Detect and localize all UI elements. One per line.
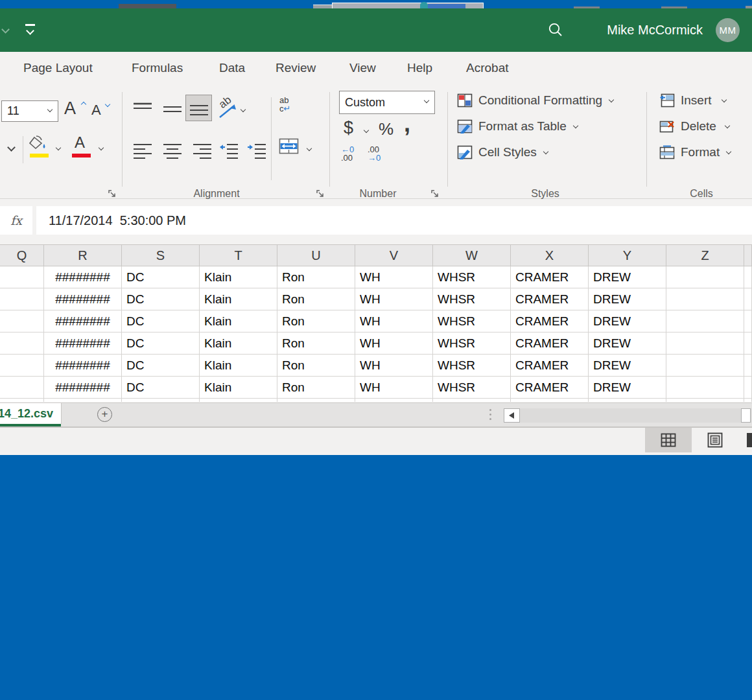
accounting-chevron-icon[interactable] (364, 128, 369, 133)
column-header-R[interactable]: R (44, 245, 122, 266)
alignment-dialog-launcher-icon[interactable] (316, 189, 325, 198)
cell[interactable] (666, 332, 744, 354)
chevron-down-icon[interactable] (47, 106, 53, 111)
font-dialog-launcher-icon[interactable] (108, 189, 117, 198)
cell[interactable] (744, 399, 752, 402)
cell[interactable]: Klain (200, 332, 277, 354)
cell[interactable]: DREW (589, 332, 666, 354)
column-header-X[interactable]: X (511, 245, 589, 266)
shrink-font-button[interactable]: A (91, 102, 101, 119)
cell[interactable]: Ron (277, 310, 355, 332)
font-color-chevron-icon[interactable] (99, 145, 104, 150)
page-layout-view-button[interactable] (692, 428, 738, 452)
tab-page-layout[interactable]: Page Layout (23, 52, 93, 84)
cell[interactable] (744, 355, 752, 376)
cell[interactable]: ######## (44, 377, 122, 398)
cell[interactable]: DREW (589, 355, 666, 376)
cell[interactable] (511, 399, 589, 402)
cell[interactable] (0, 332, 44, 354)
cell[interactable]: DREW (589, 266, 666, 288)
decrease-indent-button[interactable] (219, 143, 239, 161)
column-header-W[interactable]: W (433, 245, 511, 266)
increase-indent-button[interactable] (247, 143, 266, 161)
cell[interactable]: CRAMER (511, 355, 589, 376)
tab-data[interactable]: Data (219, 52, 245, 84)
column-header-partial[interactable] (744, 245, 752, 266)
cell[interactable] (744, 288, 752, 310)
number-dialog-launcher-icon[interactable] (430, 189, 440, 198)
cell[interactable] (744, 332, 752, 354)
cell[interactable]: ######## (44, 310, 122, 332)
cell[interactable] (200, 399, 277, 402)
cell-styles-button[interactable]: Cell Styles (457, 141, 548, 163)
cell[interactable] (433, 399, 511, 402)
format-cells-button[interactable]: Format (659, 141, 731, 163)
cell[interactable]: WH (355, 332, 433, 354)
font-size-combobox[interactable]: 11 (1, 100, 58, 122)
chevron-down-icon[interactable] (424, 98, 429, 103)
tab-formulas[interactable]: Formulas (132, 52, 183, 84)
align-left-button[interactable] (133, 143, 152, 161)
cell[interactable]: Ron (277, 332, 355, 354)
cell[interactable]: Klain (200, 355, 277, 376)
column-header-Q[interactable]: Q (0, 245, 44, 266)
conditional-formatting-button[interactable]: Conditional Formatting (457, 89, 613, 111)
chevron-down-icon[interactable] (725, 123, 730, 128)
cell[interactable] (0, 288, 44, 310)
chevron-down-icon[interactable] (721, 97, 726, 102)
align-bottom-button-selected[interactable] (185, 95, 212, 121)
cell[interactable]: Ron (277, 266, 355, 288)
cell[interactable]: Klain (200, 266, 277, 288)
cell[interactable]: DREW (589, 288, 666, 310)
tab-splitter-handle[interactable] (489, 409, 491, 423)
scroll-left-button[interactable] (504, 408, 520, 423)
cell[interactable]: Klain (200, 377, 277, 398)
cell[interactable]: Klain (200, 310, 277, 332)
chevron-down-icon[interactable] (726, 149, 731, 154)
cell[interactable]: WHSR (433, 332, 511, 354)
cell[interactable]: WHSR (433, 377, 511, 398)
horizontal-scrollbar-thumb[interactable] (741, 408, 751, 423)
hidden-control-chevron-icon[interactable] (7, 143, 16, 152)
format-as-table-button[interactable]: Format as Table (457, 115, 578, 137)
grow-font-button[interactable]: A (64, 99, 76, 119)
new-sheet-button[interactable]: + (97, 407, 112, 422)
normal-view-button[interactable] (645, 428, 692, 452)
orientation-chevron-icon[interactable] (241, 107, 246, 112)
cell[interactable] (666, 355, 744, 376)
increase-decimal-button[interactable]: ←0 .00 (341, 145, 354, 162)
cell[interactable]: DREW (589, 377, 666, 398)
page-break-view-button[interactable] (747, 433, 752, 447)
column-header-S[interactable]: S (122, 245, 200, 266)
cell[interactable] (666, 266, 744, 288)
cell[interactable]: WHSR (433, 310, 511, 332)
tab-acrobat[interactable]: Acrobat (466, 52, 508, 84)
column-header-Y[interactable]: Y (589, 245, 666, 266)
cell[interactable] (744, 310, 752, 332)
tab-view[interactable]: View (349, 52, 376, 84)
cell[interactable] (0, 266, 44, 288)
merge-center-button[interactable] (279, 138, 301, 158)
chevron-down-icon[interactable] (543, 149, 548, 154)
cell[interactable]: CRAMER (511, 266, 589, 288)
cell[interactable] (122, 399, 200, 402)
cell[interactable] (0, 399, 44, 402)
cell[interactable]: DREW (589, 310, 666, 332)
cell[interactable] (0, 310, 44, 332)
align-center-button[interactable] (163, 143, 182, 161)
cell[interactable]: CRAMER (511, 332, 589, 354)
column-header-U[interactable]: U (277, 245, 355, 266)
cell[interactable] (0, 377, 44, 398)
user-name[interactable]: Mike McCormick (607, 8, 703, 52)
cell[interactable]: WH (355, 310, 433, 332)
fill-color-chevron-icon[interactable] (56, 145, 61, 150)
chevron-down-icon[interactable] (609, 97, 614, 102)
align-middle-button[interactable] (163, 102, 182, 119)
cell[interactable] (0, 355, 44, 376)
cell[interactable]: CRAMER (511, 377, 589, 398)
cell[interactable]: Ron (277, 288, 355, 310)
cell[interactable]: Ron (277, 355, 355, 376)
decrease-decimal-button[interactable]: .00 →0 (368, 145, 381, 162)
align-right-button[interactable] (193, 143, 212, 161)
cell[interactable]: WH (355, 266, 433, 288)
